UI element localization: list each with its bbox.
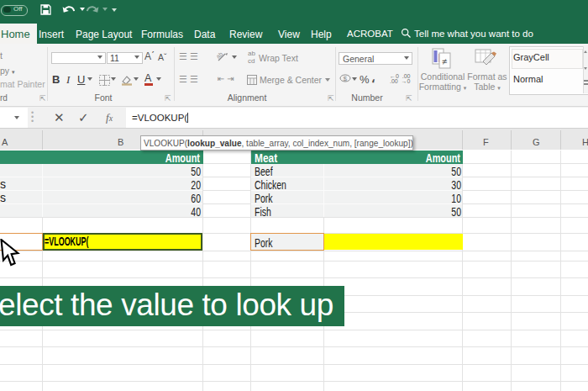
svg-text:ab: ab (217, 50, 223, 59)
svg-text:≠: ≠ (442, 56, 447, 66)
svg-text:$: $ (344, 75, 348, 82)
